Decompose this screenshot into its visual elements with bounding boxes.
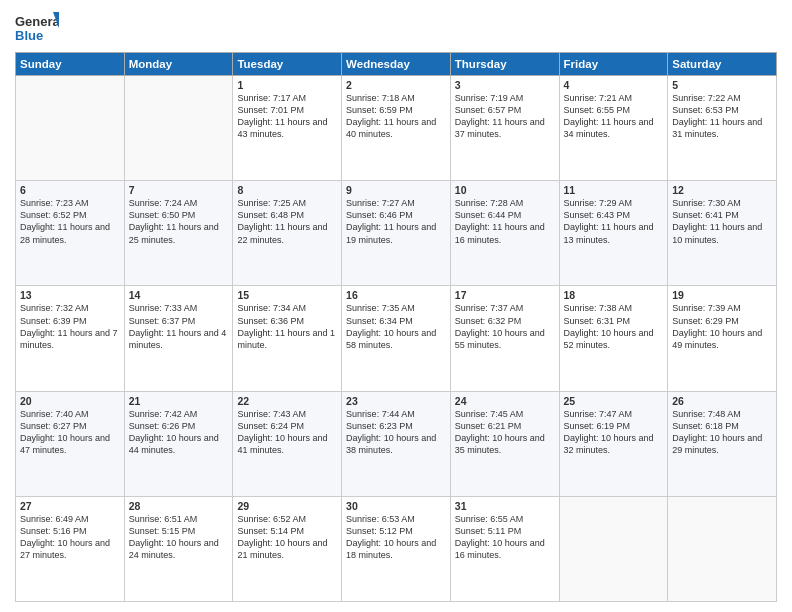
cell-details: Sunrise: 7:21 AM Sunset: 6:55 PM Dayligh… — [564, 92, 664, 141]
calendar-cell: 24Sunrise: 7:45 AM Sunset: 6:21 PM Dayli… — [450, 391, 559, 496]
cell-details: Sunrise: 7:45 AM Sunset: 6:21 PM Dayligh… — [455, 408, 555, 457]
day-number: 6 — [20, 184, 120, 196]
day-number: 26 — [672, 395, 772, 407]
cell-details: Sunrise: 6:52 AM Sunset: 5:14 PM Dayligh… — [237, 513, 337, 562]
cell-details: Sunrise: 7:30 AM Sunset: 6:41 PM Dayligh… — [672, 197, 772, 246]
logo: General Blue — [15, 10, 59, 46]
cell-details: Sunrise: 7:18 AM Sunset: 6:59 PM Dayligh… — [346, 92, 446, 141]
day-number: 15 — [237, 289, 337, 301]
day-number: 9 — [346, 184, 446, 196]
cell-details: Sunrise: 7:19 AM Sunset: 6:57 PM Dayligh… — [455, 92, 555, 141]
calendar-cell: 9Sunrise: 7:27 AM Sunset: 6:46 PM Daylig… — [342, 181, 451, 286]
calendar-cell: 23Sunrise: 7:44 AM Sunset: 6:23 PM Dayli… — [342, 391, 451, 496]
day-number: 12 — [672, 184, 772, 196]
calendar-week-row: 20Sunrise: 7:40 AM Sunset: 6:27 PM Dayli… — [16, 391, 777, 496]
calendar-body: 1Sunrise: 7:17 AM Sunset: 7:01 PM Daylig… — [16, 76, 777, 602]
cell-details: Sunrise: 7:27 AM Sunset: 6:46 PM Dayligh… — [346, 197, 446, 246]
weekday-header: Saturday — [668, 53, 777, 76]
calendar-cell: 1Sunrise: 7:17 AM Sunset: 7:01 PM Daylig… — [233, 76, 342, 181]
day-number: 16 — [346, 289, 446, 301]
calendar-cell: 17Sunrise: 7:37 AM Sunset: 6:32 PM Dayli… — [450, 286, 559, 391]
day-number: 19 — [672, 289, 772, 301]
cell-details: Sunrise: 7:37 AM Sunset: 6:32 PM Dayligh… — [455, 302, 555, 351]
calendar-week-row: 13Sunrise: 7:32 AM Sunset: 6:39 PM Dayli… — [16, 286, 777, 391]
cell-details: Sunrise: 7:29 AM Sunset: 6:43 PM Dayligh… — [564, 197, 664, 246]
calendar-cell: 21Sunrise: 7:42 AM Sunset: 6:26 PM Dayli… — [124, 391, 233, 496]
calendar-table: SundayMondayTuesdayWednesdayThursdayFrid… — [15, 52, 777, 602]
calendar-cell — [16, 76, 125, 181]
day-number: 18 — [564, 289, 664, 301]
cell-details: Sunrise: 7:34 AM Sunset: 6:36 PM Dayligh… — [237, 302, 337, 351]
calendar-cell — [559, 496, 668, 601]
calendar-cell: 7Sunrise: 7:24 AM Sunset: 6:50 PM Daylig… — [124, 181, 233, 286]
cell-details: Sunrise: 7:33 AM Sunset: 6:37 PM Dayligh… — [129, 302, 229, 351]
day-number: 4 — [564, 79, 664, 91]
calendar-cell: 8Sunrise: 7:25 AM Sunset: 6:48 PM Daylig… — [233, 181, 342, 286]
cell-details: Sunrise: 7:17 AM Sunset: 7:01 PM Dayligh… — [237, 92, 337, 141]
cell-details: Sunrise: 7:24 AM Sunset: 6:50 PM Dayligh… — [129, 197, 229, 246]
day-number: 27 — [20, 500, 120, 512]
cell-details: Sunrise: 7:39 AM Sunset: 6:29 PM Dayligh… — [672, 302, 772, 351]
cell-details: Sunrise: 7:42 AM Sunset: 6:26 PM Dayligh… — [129, 408, 229, 457]
day-number: 3 — [455, 79, 555, 91]
calendar-cell: 16Sunrise: 7:35 AM Sunset: 6:34 PM Dayli… — [342, 286, 451, 391]
calendar-cell — [124, 76, 233, 181]
page: General Blue SundayMondayTuesdayWednesda… — [0, 0, 792, 612]
cell-details: Sunrise: 7:38 AM Sunset: 6:31 PM Dayligh… — [564, 302, 664, 351]
day-number: 17 — [455, 289, 555, 301]
calendar-week-row: 6Sunrise: 7:23 AM Sunset: 6:52 PM Daylig… — [16, 181, 777, 286]
cell-details: Sunrise: 7:44 AM Sunset: 6:23 PM Dayligh… — [346, 408, 446, 457]
day-number: 7 — [129, 184, 229, 196]
cell-details: Sunrise: 7:47 AM Sunset: 6:19 PM Dayligh… — [564, 408, 664, 457]
svg-text:General: General — [15, 14, 59, 29]
day-number: 31 — [455, 500, 555, 512]
calendar-cell: 11Sunrise: 7:29 AM Sunset: 6:43 PM Dayli… — [559, 181, 668, 286]
cell-details: Sunrise: 7:32 AM Sunset: 6:39 PM Dayligh… — [20, 302, 120, 351]
cell-details: Sunrise: 7:35 AM Sunset: 6:34 PM Dayligh… — [346, 302, 446, 351]
day-number: 25 — [564, 395, 664, 407]
cell-details: Sunrise: 7:48 AM Sunset: 6:18 PM Dayligh… — [672, 408, 772, 457]
day-number: 5 — [672, 79, 772, 91]
calendar-cell: 15Sunrise: 7:34 AM Sunset: 6:36 PM Dayli… — [233, 286, 342, 391]
weekday-header: Tuesday — [233, 53, 342, 76]
cell-details: Sunrise: 7:22 AM Sunset: 6:53 PM Dayligh… — [672, 92, 772, 141]
cell-details: Sunrise: 7:43 AM Sunset: 6:24 PM Dayligh… — [237, 408, 337, 457]
day-number: 13 — [20, 289, 120, 301]
day-number: 28 — [129, 500, 229, 512]
cell-details: Sunrise: 7:40 AM Sunset: 6:27 PM Dayligh… — [20, 408, 120, 457]
calendar-cell: 30Sunrise: 6:53 AM Sunset: 5:12 PM Dayli… — [342, 496, 451, 601]
logo-svg: General Blue — [15, 10, 59, 46]
svg-text:Blue: Blue — [15, 28, 43, 43]
calendar-week-row: 1Sunrise: 7:17 AM Sunset: 7:01 PM Daylig… — [16, 76, 777, 181]
header: General Blue — [15, 10, 777, 46]
calendar-cell: 20Sunrise: 7:40 AM Sunset: 6:27 PM Dayli… — [16, 391, 125, 496]
calendar-cell: 25Sunrise: 7:47 AM Sunset: 6:19 PM Dayli… — [559, 391, 668, 496]
day-number: 22 — [237, 395, 337, 407]
weekday-header: Monday — [124, 53, 233, 76]
calendar-cell: 31Sunrise: 6:55 AM Sunset: 5:11 PM Dayli… — [450, 496, 559, 601]
day-number: 24 — [455, 395, 555, 407]
calendar-cell: 27Sunrise: 6:49 AM Sunset: 5:16 PM Dayli… — [16, 496, 125, 601]
weekday-header: Wednesday — [342, 53, 451, 76]
calendar-cell: 14Sunrise: 7:33 AM Sunset: 6:37 PM Dayli… — [124, 286, 233, 391]
calendar-cell: 5Sunrise: 7:22 AM Sunset: 6:53 PM Daylig… — [668, 76, 777, 181]
weekday-header: Thursday — [450, 53, 559, 76]
cell-details: Sunrise: 6:55 AM Sunset: 5:11 PM Dayligh… — [455, 513, 555, 562]
day-number: 30 — [346, 500, 446, 512]
cell-details: Sunrise: 6:53 AM Sunset: 5:12 PM Dayligh… — [346, 513, 446, 562]
calendar-cell: 10Sunrise: 7:28 AM Sunset: 6:44 PM Dayli… — [450, 181, 559, 286]
weekday-header: Friday — [559, 53, 668, 76]
day-number: 20 — [20, 395, 120, 407]
cell-details: Sunrise: 6:51 AM Sunset: 5:15 PM Dayligh… — [129, 513, 229, 562]
calendar-cell: 6Sunrise: 7:23 AM Sunset: 6:52 PM Daylig… — [16, 181, 125, 286]
calendar-cell: 4Sunrise: 7:21 AM Sunset: 6:55 PM Daylig… — [559, 76, 668, 181]
day-number: 10 — [455, 184, 555, 196]
calendar-cell: 26Sunrise: 7:48 AM Sunset: 6:18 PM Dayli… — [668, 391, 777, 496]
weekday-header: Sunday — [16, 53, 125, 76]
cell-details: Sunrise: 6:49 AM Sunset: 5:16 PM Dayligh… — [20, 513, 120, 562]
day-number: 1 — [237, 79, 337, 91]
calendar-cell: 13Sunrise: 7:32 AM Sunset: 6:39 PM Dayli… — [16, 286, 125, 391]
day-number: 21 — [129, 395, 229, 407]
calendar-cell: 18Sunrise: 7:38 AM Sunset: 6:31 PM Dayli… — [559, 286, 668, 391]
calendar-cell: 28Sunrise: 6:51 AM Sunset: 5:15 PM Dayli… — [124, 496, 233, 601]
